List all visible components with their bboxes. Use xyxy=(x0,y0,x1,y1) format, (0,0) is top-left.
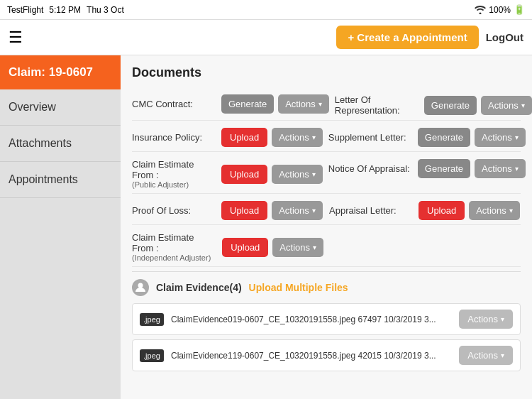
doc-cmc-label: CMC Contract: xyxy=(132,99,217,109)
person-icon xyxy=(135,282,145,293)
chevron-down-icon: ▾ xyxy=(515,165,519,173)
generate-notice-button[interactable]: Generate xyxy=(418,159,470,178)
actions-evidence-1-button[interactable]: Actions ▾ xyxy=(459,346,513,365)
svg-point-0 xyxy=(138,283,143,288)
jpeg-badge-1: .jpeg xyxy=(140,349,164,362)
actions-cmc-button[interactable]: Actions ▾ xyxy=(278,94,329,114)
chevron-down-icon: ▾ xyxy=(312,170,316,178)
doc-proof-of-loss: Proof Of Loss: Upload Actions ▾ xyxy=(132,201,323,220)
evidence-header: Claim Evidence(4) Upload Multiple Files xyxy=(132,271,521,300)
create-appointment-button[interactable]: + Create a Appointment xyxy=(336,26,478,49)
sidebar-item-appointments[interactable]: Appointments xyxy=(0,162,121,198)
upload-claim-public-button[interactable]: Upload xyxy=(221,165,267,184)
doc-row-3: Claim Estimate From : (Public Adjuster) … xyxy=(132,155,521,194)
actions-supplement-button[interactable]: Actions ▾ xyxy=(475,128,526,147)
doc-claim-independent-label: Claim Estimate From : (Independent Adjus… xyxy=(132,232,218,262)
doc-row-1: CMC Contract: Generate Actions ▾ Letter … xyxy=(132,90,521,121)
generate-cmc-button[interactable]: Generate xyxy=(221,94,274,114)
sidebar-item-attachments[interactable]: Attachments xyxy=(0,126,121,162)
upload-claim-independent-button[interactable]: Upload xyxy=(222,238,268,257)
time: 5:12 PM xyxy=(49,5,81,15)
actions-evidence-0-button[interactable]: Actions ▾ xyxy=(459,310,513,329)
doc-insurance-label: Insurance Policy: xyxy=(132,132,217,143)
generate-supplement-button[interactable]: Generate xyxy=(418,128,470,147)
documents-grid: CMC Contract: Generate Actions ▾ Letter … xyxy=(132,90,521,267)
upload-proof-button[interactable]: Upload xyxy=(221,201,267,220)
chevron-down-icon: ▾ xyxy=(501,315,504,323)
actions-letter-button[interactable]: Actions ▾ xyxy=(481,96,532,115)
evidence-icon xyxy=(132,279,149,296)
wifi-icon xyxy=(475,6,486,14)
doc-cmc-contract: CMC Contract: Generate Actions ▾ xyxy=(132,94,329,114)
chevron-down-icon: ▾ xyxy=(509,207,513,214)
upload-insurance-button[interactable]: Upload xyxy=(221,128,267,147)
doc-claim-estimate-independent: Claim Estimate From : (Independent Adjus… xyxy=(132,232,323,262)
evidence-item-1: .jpeg ClaimEvidence119-0607_CE_103201915… xyxy=(132,339,521,371)
evidence-item-0: .jpeg ClaimEvidence019-0607_CE_103201915… xyxy=(132,303,521,335)
sidebar-claim-label: Claim: 19-0607 xyxy=(0,55,121,89)
doc-letter-label: Letter Of Representation: xyxy=(335,94,420,116)
actions-claim-independent-button[interactable]: Actions ▾ xyxy=(272,238,323,257)
date: Thu 3 Oct xyxy=(87,5,124,15)
battery-pct: 100% xyxy=(489,5,511,15)
main-layout: Claim: 19-0607 Overview Attachments Appo… xyxy=(0,55,532,399)
evidence-list: .jpeg ClaimEvidence019-0607_CE_103201915… xyxy=(132,303,521,371)
doc-row-5: Claim Estimate From : (Independent Adjus… xyxy=(132,228,521,267)
evidence-filename-0: ClaimEvidence019-0607_CE_10320191558.jpe… xyxy=(171,315,452,324)
doc-proof-label: Proof Of Loss: xyxy=(132,205,217,216)
jpeg-badge-0: .jpeg xyxy=(140,313,164,326)
evidence-title: Claim Evidence(4) xyxy=(156,282,242,293)
actions-insurance-button[interactable]: Actions ▾ xyxy=(272,128,323,147)
doc-supplement-label: Supplement Letter: xyxy=(328,132,414,143)
section-title: Documents xyxy=(132,65,521,80)
doc-supplement-letter: Supplement Letter: Generate Actions ▾ xyxy=(328,128,526,147)
sidebar-item-overview[interactable]: Overview xyxy=(0,89,121,126)
status-right: 100% 🔋 xyxy=(475,4,525,15)
evidence-filename-1: ClaimEvidence119-0607_CE_10320191558.jpe… xyxy=(171,351,452,361)
content-area: Documents CMC Contract: Generate Actions… xyxy=(121,55,532,399)
top-nav: ☰ + Create a Appointment LogOut xyxy=(0,20,532,55)
chevron-down-icon: ▾ xyxy=(521,102,525,109)
doc-insurance-policy: Insurance Policy: Upload Actions ▾ xyxy=(132,128,323,147)
chevron-down-icon: ▾ xyxy=(501,351,504,359)
hamburger-menu-icon[interactable]: ☰ xyxy=(9,28,23,47)
actions-appraisal-button[interactable]: Actions ▾ xyxy=(469,201,520,220)
actions-notice-button[interactable]: Actions ▾ xyxy=(475,159,526,178)
sidebar: Claim: 19-0607 Overview Attachments Appo… xyxy=(0,55,121,399)
battery-icon: 🔋 xyxy=(514,4,525,15)
doc-claim-public-label: Claim Estimate From : (Public Adjuster) xyxy=(132,159,217,189)
logout-button[interactable]: LogOut xyxy=(486,31,523,43)
doc-claim-estimate-public: Claim Estimate From : (Public Adjuster) … xyxy=(132,159,323,189)
actions-claim-public-button[interactable]: Actions ▾ xyxy=(272,165,323,184)
status-bar: TestFlight 5:12 PM Thu 3 Oct 100% 🔋 xyxy=(0,0,532,20)
chevron-down-icon: ▾ xyxy=(318,100,322,108)
doc-letter-representation: Letter Of Representation: Generate Actio… xyxy=(335,94,532,116)
doc-appraisal-letter: Appraisal Letter: Upload Actions ▾ xyxy=(329,201,521,220)
upload-appraisal-button[interactable]: Upload xyxy=(419,201,465,220)
status-left: TestFlight 5:12 PM Thu 3 Oct xyxy=(7,5,124,15)
doc-appraisal-label: Appraisal Letter: xyxy=(329,205,414,216)
upload-multiple-button[interactable]: Upload Multiple Files xyxy=(249,282,348,293)
chevron-down-icon: ▾ xyxy=(515,133,519,141)
doc-row-2: Insurance Policy: Upload Actions ▾ Suppl… xyxy=(132,124,521,152)
chevron-down-icon: ▾ xyxy=(313,244,316,251)
actions-proof-button[interactable]: Actions ▾ xyxy=(272,201,323,220)
generate-letter-button[interactable]: Generate xyxy=(424,96,477,115)
chevron-down-icon: ▾ xyxy=(312,207,316,214)
app-name: TestFlight xyxy=(7,5,43,15)
chevron-down-icon: ▾ xyxy=(312,133,316,141)
top-nav-actions: + Create a Appointment LogOut xyxy=(336,26,523,49)
doc-notice-appraisal: Notice Of Appraisal: Generate Actions ▾ xyxy=(328,159,526,178)
doc-notice-label: Notice Of Appraisal: xyxy=(328,163,414,174)
doc-row-4: Proof Of Loss: Upload Actions ▾ Appraisa… xyxy=(132,197,521,225)
